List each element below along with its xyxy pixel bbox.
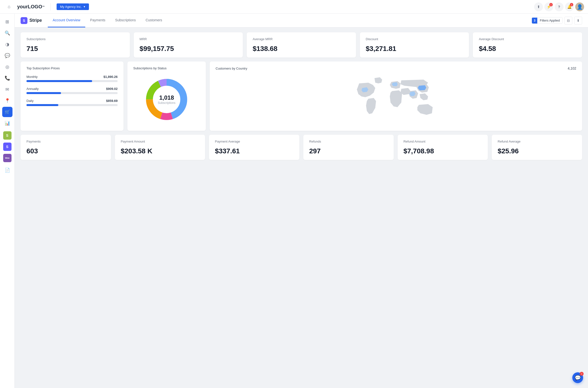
world-map-svg [216,74,576,123]
content-area: S Stripe Account Overview Payments Subsc… [15,14,588,388]
agency-button[interactable]: My Agency Inc. ▼ [57,3,89,10]
metric-card-subscriptions: Subscriptions 715 [21,32,130,58]
map-chart-count: 4,102 [568,66,576,70]
donut-chart-title: Subscriptions by Status [133,66,167,70]
chat-bubble-icon: 💬 [575,375,581,381]
metric-card-avg-discount: Average Discount $4.58 [473,32,582,58]
sidebar-item-chat[interactable]: 💬 [2,50,12,61]
bell-badge: 1 [570,3,573,6]
sidebar-item-grid[interactable]: ⊞ [2,17,12,27]
header-icons: ⬆ ⚡ 1 ? 🔔 1 👤 [534,2,584,11]
bell-icon-btn[interactable]: 🔔 1 [565,2,574,11]
tab-account-overview[interactable]: Account Overview [48,14,85,27]
tab-payments-label: Payments [90,18,105,22]
sidebar-item-file[interactable]: 📄 [2,165,12,175]
metric-card-refunds: Refunds 297 [303,135,394,160]
donut-center-label: Subscriptions [158,101,175,105]
chat-bubble-button[interactable]: 💬 2 [572,372,583,383]
metric-row-top: Subscriptions 715 MRR $99,157.75 Average… [21,32,582,58]
bar-fill-daily [26,104,58,106]
stripe-s-logo: S [21,17,27,24]
upload-icon-btn[interactable]: ⬆ [534,2,543,11]
lightning-icon-btn[interactable]: ⚡ 1 [544,2,553,11]
metric-card-avg-mrr: Average MRR $138.68 [247,32,356,58]
bar-track-monthly [26,80,118,82]
metric-card-refund-average: Refund Average $25.96 [492,135,582,160]
tab-account-overview-label: Account Overview [53,18,80,22]
filter-count-badge: 3 [532,18,538,24]
tab-customers[interactable]: Customers [141,14,167,27]
donut-chart-card: Subscriptions by Status [127,61,206,131]
bar-value-monthly: $1,890.26 [103,75,118,79]
share-icon-btn[interactable]: ⬆ [574,17,582,24]
logo-text: your [17,4,28,10]
metric-value-subscriptions: 715 [26,45,124,53]
sidebar-item-cart[interactable]: 🛒 [2,107,12,117]
sidebar-item-shopify[interactable]: S [3,131,12,140]
tab-payments[interactable]: Payments [85,14,110,27]
filter-settings-icon: ⊟ [567,19,570,23]
bar-header-monthly: Monthly $1,890.26 [26,75,118,79]
tab-subscriptions-label: Subscriptions [115,18,136,22]
filter-settings-icon-btn[interactable]: ⊟ [564,17,572,24]
metric-value-refund-average: $25.96 [498,147,576,155]
help-icon-btn[interactable]: ? [555,2,564,11]
logo-bold: LOGO [28,4,42,10]
metric-label-payments: Payments [26,140,105,143]
metric-value-payment-average: $337.61 [215,147,294,155]
sidebar-item-target[interactable]: ◎ [2,62,12,72]
sidebar-item-location[interactable]: 📍 [2,96,12,106]
metric-value-discount: $3,271.81 [366,45,463,53]
bar-fill-annually [26,92,61,94]
charts-row: Top Subscription Prices Monthly $1,890.2… [21,61,582,131]
metric-card-payments: Payments 603 [21,135,111,160]
metric-label-payment-average: Payment Average [215,140,294,143]
bar-header-daily: Daily $859.69 [26,99,118,103]
bar-chart-card: Top Subscription Prices Monthly $1,890.2… [21,61,123,131]
lightning-badge: 1 [549,3,553,6]
map-chart-title: Customers by Country [216,67,247,70]
metric-value-payments: 603 [26,147,105,155]
sidebar-item-mail[interactable]: ✉ [2,84,12,95]
avatar[interactable]: 👤 [575,2,584,11]
metric-value-refunds: 297 [309,147,388,155]
bar-item-daily: Daily $859.69 [26,99,118,106]
home-button[interactable]: ⌂ [4,2,14,12]
metric-label-refunds: Refunds [309,140,388,143]
upload-icon: ⬆ [537,5,540,9]
metric-value-avg-discount: $4.58 [479,45,576,53]
sidebar-item-stripe[interactable]: S [3,143,12,151]
bar-item-annually: Annually $909.02 [26,87,118,94]
bar-label-monthly: Monthly [26,75,38,79]
stripe-letter: S [23,19,25,23]
filter-applied-text: Filters Applied [537,17,562,24]
metric-label-refund-average: Refund Average [498,140,576,143]
bottom-metric-row: Payments 603 Payment Amount $203.58 K Pa… [21,135,582,160]
bar-track-daily [26,104,118,106]
sidebar-item-chart[interactable]: ◑ [2,39,12,49]
filter-applied-button[interactable]: 3 Filters Applied [532,17,563,24]
nav-tabs: Account Overview Payments Subscriptions … [48,14,532,27]
metric-value-mrr: $99,157.75 [140,45,237,53]
share-icon: ⬆ [577,19,580,23]
metric-label-mrr: MRR [140,37,237,41]
sidebar-item-search[interactable]: 🔍 [2,28,12,38]
sidebar-item-phone[interactable]: 📞 [2,73,12,83]
metric-label-subscriptions: Subscriptions [26,37,124,41]
agency-caret: ▼ [83,5,86,8]
map-chart-title-row: Customers by Country 4,102 [216,66,576,70]
logo-tm: ™ [42,5,45,8]
sidebar-item-woo[interactable]: Woo [3,154,12,162]
metric-card-payment-amount: Payment Amount $203.58 K [115,135,205,160]
tab-subscriptions[interactable]: Subscriptions [110,14,141,27]
donut-center-value: 1,018 [158,94,175,101]
sidebar-item-analytics[interactable]: 📊 [2,118,12,128]
metric-value-avg-mrr: $138.68 [253,45,350,53]
metric-label-avg-mrr: Average MRR [253,37,350,41]
bar-label-annually: Annually [26,87,39,91]
bar-item-monthly: Monthly $1,890.26 [26,75,118,82]
metric-label-refund-amount: Refund Amount [404,140,482,143]
top-header: ⌂ yourLOGO™ My Agency Inc. ▼ ⬆ ⚡ 1 ? 🔔 1… [0,0,588,14]
bar-label-daily: Daily [26,99,34,103]
donut-center: 1,018 Subscriptions [158,94,175,105]
